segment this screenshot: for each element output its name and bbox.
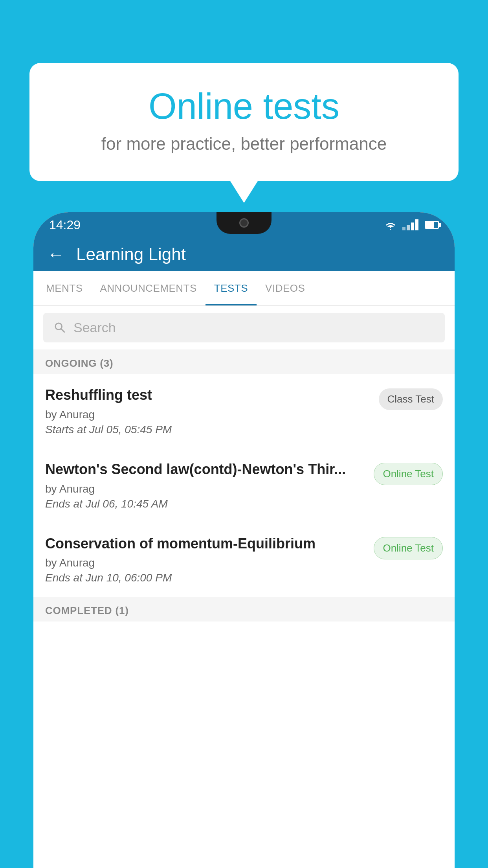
test-time: Ends at Jul 06, 10:45 AM	[45, 498, 366, 510]
phone-frame: 14:29	[33, 212, 455, 868]
status-time: 14:29	[49, 218, 81, 232]
battery-icon	[425, 221, 439, 229]
content-area: Search ONGOING (3) Reshuffling test by A…	[33, 306, 455, 868]
search-bar[interactable]: Search	[43, 313, 445, 342]
test-by: by Anurag	[45, 408, 371, 421]
test-name: Newton's Second law(contd)-Newton's Thir…	[45, 460, 366, 479]
ongoing-section-header: ONGOING (3)	[33, 349, 455, 374]
camera	[239, 218, 249, 228]
search-wrap: Search	[33, 306, 455, 349]
test-info: Conservation of momentum-Equilibrium by …	[45, 535, 374, 585]
test-item[interactable]: Conservation of momentum-Equilibrium by …	[33, 523, 455, 596]
test-badge: Online Test	[374, 537, 443, 559]
tab-videos[interactable]: VIDEOS	[257, 271, 314, 305]
test-info: Newton's Second law(contd)-Newton's Thir…	[45, 460, 374, 510]
test-by: by Anurag	[45, 483, 366, 495]
tab-announcements[interactable]: ANNOUNCEMENTS	[92, 271, 205, 305]
bubble-subtitle: for more practice, better performance	[61, 134, 427, 154]
status-icons	[383, 219, 439, 230]
test-name: Conservation of momentum-Equilibrium	[45, 535, 366, 553]
promo-bubble: Online tests for more practice, better p…	[29, 63, 459, 181]
test-time: Ends at Jun 10, 06:00 PM	[45, 572, 366, 584]
tab-ments[interactable]: MENTS	[37, 271, 92, 305]
phone-notch	[216, 212, 272, 234]
signal-icon	[402, 219, 418, 230]
tab-tests[interactable]: TESTS	[205, 271, 257, 305]
phone-screen: 14:29	[33, 212, 455, 868]
test-by: by Anurag	[45, 557, 366, 569]
wifi-icon	[383, 219, 398, 230]
test-time: Starts at Jul 05, 05:45 PM	[45, 423, 371, 436]
app-bar: ← Learning Light	[33, 237, 455, 271]
app-title: Learning Light	[76, 245, 186, 264]
completed-section-header: COMPLETED (1)	[33, 597, 455, 622]
test-name: Reshuffling test	[45, 386, 371, 405]
test-item[interactable]: Newton's Second law(contd)-Newton's Thir…	[33, 449, 455, 522]
test-item[interactable]: Reshuffling test by Anurag Starts at Jul…	[33, 374, 455, 448]
search-placeholder: Search	[73, 320, 116, 335]
bubble-title: Online tests	[61, 86, 427, 126]
tabs-bar: MENTS ANNOUNCEMENTS TESTS VIDEOS	[33, 271, 455, 306]
completed-label: COMPLETED (1)	[45, 605, 129, 616]
ongoing-label: ONGOING (3)	[45, 357, 113, 369]
test-badge: Class Test	[379, 388, 443, 410]
test-badge: Online Test	[374, 463, 443, 485]
back-button[interactable]: ←	[47, 245, 64, 264]
status-bar: 14:29	[33, 212, 455, 237]
test-info: Reshuffling test by Anurag Starts at Jul…	[45, 386, 379, 436]
search-icon	[53, 321, 67, 335]
